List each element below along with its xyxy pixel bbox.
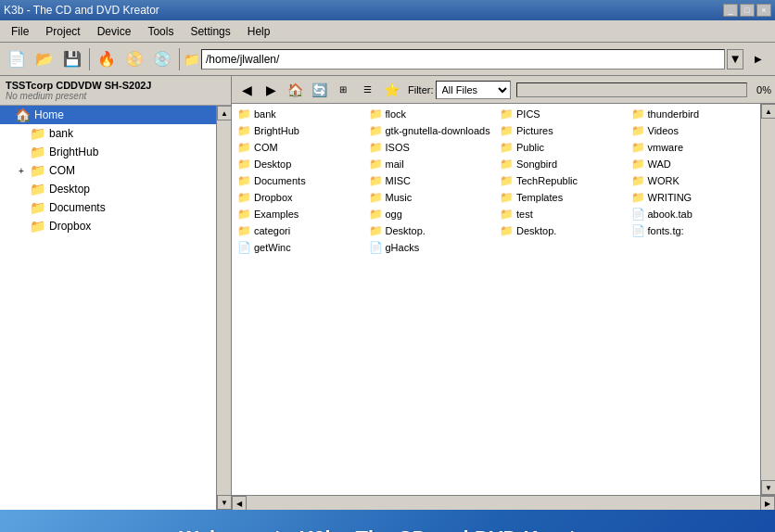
- scroll-down-button[interactable]: ▼: [217, 495, 231, 510]
- file-scroll-down[interactable]: ▼: [761, 480, 775, 495]
- file-item[interactable]: 📁Examples: [234, 206, 365, 222]
- file-item[interactable]: 📁bank: [234, 106, 365, 122]
- nav-home-button[interactable]: 🏠: [284, 79, 306, 101]
- progress-bar-track: [516, 82, 748, 97]
- folder-icon: 📁: [369, 208, 383, 221]
- scroll-up-button[interactable]: ▲: [217, 106, 231, 120]
- folder-icon: 📁: [500, 141, 514, 154]
- menu-project[interactable]: Project: [38, 23, 87, 40]
- view-list-button[interactable]: ☰: [356, 79, 378, 101]
- filter-select[interactable]: All Files Audio Files Video Files Images: [436, 81, 511, 99]
- toolbar-dvd2-button[interactable]: 💿: [149, 46, 175, 72]
- file-item[interactable]: 📁Templates: [496, 189, 628, 206]
- folder-icon: 📁: [631, 108, 645, 120]
- file-item[interactable]: 📁WRITING: [628, 189, 759, 206]
- menu-file[interactable]: File: [4, 23, 36, 40]
- path-input[interactable]: [201, 49, 725, 70]
- tree-scrollbar[interactable]: ▲ ▼: [216, 106, 231, 510]
- tree-item-com[interactable]: + 📁 COM: [0, 161, 216, 180]
- tree-item-dropbox[interactable]: 📁 Dropbox: [0, 217, 216, 235]
- folder-icon: 📁: [237, 191, 251, 204]
- file-item[interactable]: 📁flock: [365, 106, 497, 122]
- file-item[interactable]: 📄gHacks: [365, 239, 497, 256]
- tree-item-bank[interactable]: 📁 bank: [0, 124, 216, 143]
- file-item[interactable]: 📁mail: [365, 156, 497, 172]
- folder-icon: 📁: [237, 124, 251, 137]
- welcome-title: Welcome to K3b - The CD and DVD Kreator: [0, 510, 775, 532]
- file-item[interactable]: 📁gtk-gnutella-downloads: [365, 122, 497, 139]
- minimize-button[interactable]: _: [723, 4, 738, 17]
- file-item[interactable]: 📁Dropbox: [234, 189, 365, 206]
- file-item[interactable]: 📁ogg: [365, 206, 497, 222]
- file-item[interactable]: 📁Public: [496, 139, 628, 156]
- file-scroll-up[interactable]: ▲: [761, 104, 775, 119]
- tree-label: bank: [49, 127, 73, 140]
- file-item[interactable]: 📁Desktop.: [496, 222, 628, 239]
- menu-help[interactable]: Help: [240, 23, 278, 40]
- maximize-button[interactable]: □: [740, 4, 755, 17]
- file-item[interactable]: 📄getWinc: [234, 239, 365, 256]
- file-item[interactable]: 📄fonts.tg:: [628, 222, 759, 239]
- close-button[interactable]: ×: [756, 4, 771, 17]
- tree-item-desktop[interactable]: 📁 Desktop: [0, 180, 216, 198]
- file-item[interactable]: 📁MISC: [365, 172, 497, 189]
- file-area: 📁bank 📁flock 📁PICS 📁thunderbird 📁BrightH…: [232, 104, 775, 495]
- bookmark-button[interactable]: ⭐: [380, 79, 402, 101]
- toolbar-burn-button[interactable]: 🔥: [94, 46, 120, 72]
- file-item[interactable]: 📁PICS: [496, 106, 628, 122]
- file-item[interactable]: 📁Documents: [234, 172, 365, 189]
- file-item[interactable]: 📁vmware: [628, 139, 759, 156]
- tree-label: Desktop: [49, 183, 90, 196]
- h-scroll-right[interactable]: ▶: [760, 496, 775, 510]
- file-toolbar: ◀ ▶ 🏠 🔄 ⊞ ☰ ⭐ Filter: All Files Audio Fi…: [232, 76, 775, 104]
- toolbar-dvd-button[interactable]: 📀: [121, 46, 147, 72]
- folder-icon: 📁: [237, 224, 251, 237]
- file-item[interactable]: 📁test: [496, 206, 628, 222]
- file-item[interactable]: 📁WAD: [628, 156, 759, 172]
- file-item[interactable]: 📁ISOS: [365, 139, 497, 156]
- toolbar-new-button[interactable]: 📄: [4, 46, 30, 72]
- tree-label: COM: [49, 164, 75, 177]
- view-icons-button[interactable]: ⊞: [332, 79, 354, 101]
- file-item[interactable]: 📄abook.tab: [628, 206, 759, 222]
- file-item[interactable]: 📁TechRepublic: [496, 172, 628, 189]
- nav-forward-button[interactable]: ▶: [260, 79, 282, 101]
- path-dropdown-button[interactable]: ▼: [727, 49, 743, 70]
- file-item[interactable]: 📁COM: [234, 139, 365, 156]
- menu-bar: File Project Device Tools Settings Help: [0, 20, 775, 43]
- file-item[interactable]: 📁WORK: [628, 172, 759, 189]
- nav-back-button[interactable]: ◀: [235, 79, 258, 101]
- tree-label: Documents: [49, 201, 106, 214]
- tree-item-brighthub[interactable]: 📁 BrightHub: [0, 143, 216, 161]
- folder-icon: 📁: [30, 200, 45, 215]
- welcome-panel: Welcome to K3b - The CD and DVD Kreator …: [0, 510, 775, 532]
- file-item[interactable]: 📁Songbird: [496, 156, 628, 172]
- nav-reload-button[interactable]: 🔄: [308, 79, 330, 101]
- tree-item-documents[interactable]: 📁 Documents: [0, 198, 216, 217]
- file-item[interactable]: 📁categori: [234, 222, 365, 239]
- menu-tools[interactable]: Tools: [140, 23, 181, 40]
- menu-settings[interactable]: Settings: [183, 23, 237, 40]
- folder-icon: 📁: [631, 158, 645, 171]
- file-icon: 📄: [631, 224, 645, 237]
- tree-label: Dropbox: [49, 220, 91, 233]
- file-item[interactable]: 📁Desktop.: [365, 222, 497, 239]
- menu-device[interactable]: Device: [90, 23, 139, 40]
- path-go-button[interactable]: ▶: [745, 46, 771, 72]
- file-item[interactable]: 📁Videos: [628, 122, 759, 139]
- file-scrollbar[interactable]: ▲ ▼: [760, 104, 775, 495]
- file-item[interactable]: 📁Music: [365, 189, 497, 206]
- file-item[interactable]: 📁BrightHub: [234, 122, 365, 139]
- file-item[interactable]: 📁thunderbird: [628, 106, 759, 122]
- toolbar-save-button[interactable]: 💾: [59, 46, 85, 72]
- tree-item-home[interactable]: 🏠 Home: [0, 106, 216, 124]
- folder-icon: 📁: [30, 126, 45, 141]
- toolbar-open-button[interactable]: 📂: [32, 46, 57, 72]
- file-item[interactable]: 📁Desktop: [234, 156, 365, 172]
- folder-icon: 📁: [500, 191, 514, 204]
- folder-icon: 📁: [237, 208, 251, 221]
- folder-icon: 📁: [369, 191, 383, 204]
- h-scroll-left[interactable]: ◀: [232, 496, 247, 510]
- right-panel: ◀ ▶ 🏠 🔄 ⊞ ☰ ⭐ Filter: All Files Audio Fi…: [232, 76, 775, 510]
- file-item[interactable]: 📁Pictures: [496, 122, 628, 139]
